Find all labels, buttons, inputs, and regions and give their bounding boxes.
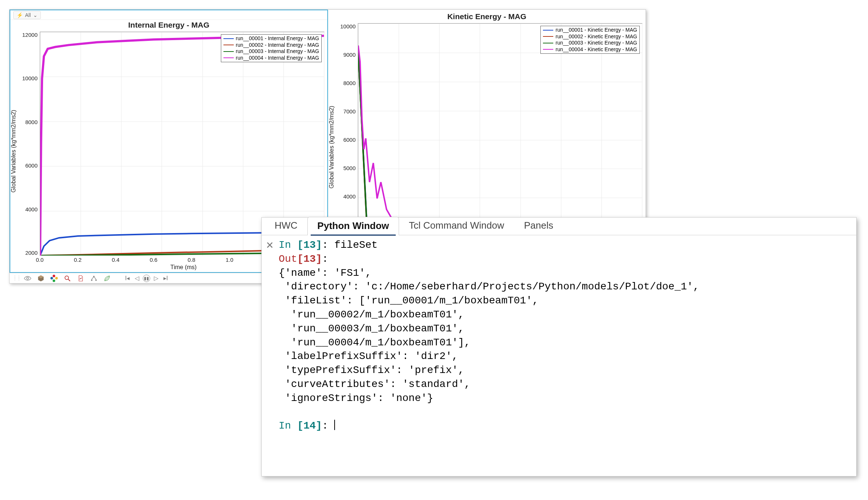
- play-pause-button[interactable]: ▮▮: [143, 275, 150, 282]
- legend-item[interactable]: run__00002 - Internal Energy - MAG: [223, 42, 319, 49]
- legend-item[interactable]: run__00001 - Internal Energy - MAG: [223, 35, 319, 42]
- console-tabs: HWC Python Window Tcl Command Window Pan…: [262, 218, 856, 235]
- next-frame-button[interactable]: ▷: [152, 275, 160, 282]
- legend: run__00001 - Internal Energy - MAGrun__0…: [221, 34, 322, 62]
- tab-hwc[interactable]: HWC: [265, 216, 307, 235]
- visibility-icon[interactable]: [24, 274, 32, 282]
- select-all-dropdown[interactable]: ⚡ All ⌄: [13, 11, 41, 19]
- tab-panels[interactable]: Panels: [514, 216, 563, 235]
- cube-icon[interactable]: [37, 274, 45, 282]
- chart-selector-bar: ⚡ All ⌄: [10, 10, 327, 20]
- zoom-icon[interactable]: [63, 274, 71, 282]
- prev-frame-button[interactable]: ◁: [133, 275, 141, 282]
- legend-item[interactable]: run__00003 - Kinetic Energy - MAG: [543, 40, 637, 46]
- chart-title: Kinetic Energy - MAG: [328, 11, 645, 22]
- tab-python-window[interactable]: Python Window: [307, 217, 399, 235]
- chart-title: Internal Energy - MAG: [10, 20, 327, 30]
- lightning-icon: ⚡: [17, 12, 23, 18]
- text-cursor: [334, 420, 335, 430]
- legend-item[interactable]: run__00004 - Kinetic Energy - MAG: [543, 46, 637, 53]
- drag-handle-icon[interactable]: ⋮⋮⋮⋮: [13, 276, 18, 281]
- legend-item[interactable]: run__00002 - Kinetic Energy - MAG: [543, 34, 637, 40]
- select-all-label: All: [25, 12, 31, 18]
- legend-item[interactable]: run__00004 - Internal Energy - MAG: [223, 55, 319, 61]
- page-icon[interactable]: [77, 274, 85, 282]
- close-icon[interactable]: ✕: [265, 238, 275, 472]
- legend-item[interactable]: run__00001 - Kinetic Energy - MAG: [543, 27, 637, 34]
- legend: run__00001 - Kinetic Energy - MAGrun__00…: [540, 26, 640, 54]
- leaf-icon[interactable]: [103, 274, 111, 282]
- tab-tcl-command-window[interactable]: Tcl Command Window: [399, 216, 514, 235]
- svg-line-2: [68, 279, 70, 281]
- last-frame-button[interactable]: ▸I: [162, 275, 169, 282]
- first-frame-button[interactable]: I◂: [124, 275, 131, 282]
- python-console-output[interactable]: In [13]: fileSet Out[13]: {'name': 'FS1'…: [279, 238, 853, 472]
- color-dots-icon[interactable]: [50, 274, 58, 282]
- playback-controls: I◂ ◁ ▮▮ ▷ ▸I: [124, 275, 169, 282]
- legend-item[interactable]: run__00003 - Internal Energy - MAG: [223, 48, 319, 55]
- y-axis-ticks: 12000100008000600040002000: [19, 30, 40, 272]
- y-axis-label: Global Variables (kg*mm2/ms2): [10, 30, 19, 272]
- svg-point-1: [65, 276, 68, 279]
- branch-icon[interactable]: [90, 274, 98, 282]
- chevron-down-icon: ⌄: [33, 12, 38, 18]
- svg-point-0: [27, 277, 29, 279]
- console-window: HWC Python Window Tcl Command Window Pan…: [261, 217, 857, 476]
